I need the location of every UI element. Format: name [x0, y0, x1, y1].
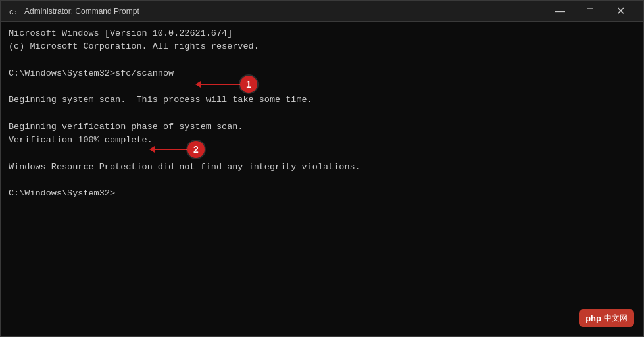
cmd-icon: C: — [9, 6, 19, 16]
window-controls: — □ ✕ — [545, 1, 635, 22]
window-title: Administrator: Command Prompt — [24, 7, 545, 16]
annotation-line-1 — [201, 84, 240, 85]
annotation-2: 2 — [149, 141, 205, 158]
annotation-circle-2: 2 — [187, 141, 205, 158]
minimize-button[interactable]: — — [545, 1, 575, 22]
cmd-window: C: Administrator: Command Prompt — □ ✕ M… — [0, 0, 644, 337]
console-output: Microsoft Windows [Version 10.0.22621.67… — [9, 27, 635, 200]
svg-text:C:: C: — [9, 9, 18, 16]
maximize-button[interactable]: □ — [575, 1, 605, 22]
watermark: php 中文网 — [579, 309, 634, 328]
close-button[interactable]: ✕ — [605, 1, 635, 22]
annotation-circle-1: 1 — [240, 76, 257, 93]
arrow-head-1 — [195, 81, 201, 88]
console-area[interactable]: Microsoft Windows [Version 10.0.22621.67… — [1, 22, 643, 336]
annotation-1: 1 — [195, 76, 257, 93]
annotation-line-2 — [155, 149, 187, 150]
watermark-brand: php — [585, 312, 601, 325]
watermark-site: 中文网 — [604, 312, 628, 324]
arrow-head-2 — [149, 146, 155, 153]
title-bar: C: Administrator: Command Prompt — □ ✕ — [1, 1, 643, 22]
